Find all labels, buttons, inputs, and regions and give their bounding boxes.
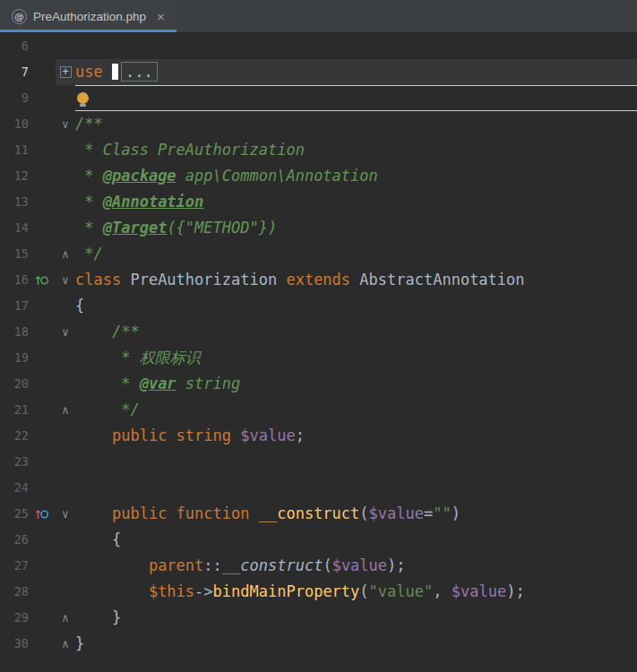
editor-row-body bbox=[56, 85, 637, 111]
fold-marker-start-icon[interactable]: ∨ bbox=[62, 118, 69, 130]
code-line: 10∨/** bbox=[0, 111, 637, 137]
gutter: 11 bbox=[0, 137, 56, 163]
gutter-icon-slot bbox=[30, 189, 54, 215]
fold-marker-start-icon[interactable]: ∨ bbox=[62, 326, 69, 338]
intention-bulb-icon[interactable] bbox=[77, 92, 89, 104]
line-number: 25 bbox=[0, 501, 30, 527]
gutter-icon-slot bbox=[30, 449, 54, 475]
code-text[interactable]: /** bbox=[75, 111, 637, 137]
code-line: 11 * Class PreAuthorization bbox=[0, 137, 637, 163]
code-text[interactable]: use ... bbox=[75, 59, 637, 85]
line-number: 9 bbox=[0, 85, 30, 111]
code-segment: * 权限标识 bbox=[75, 349, 201, 366]
editor-row-body: ∨/** bbox=[56, 111, 637, 137]
editor-row-body: +use ... bbox=[56, 59, 637, 85]
code-text[interactable]: */ bbox=[75, 397, 637, 423]
fold-marker-start-icon[interactable]: ∨ bbox=[62, 508, 69, 520]
gutter-icon-slot bbox=[30, 33, 54, 59]
class-implements-icon[interactable] bbox=[30, 267, 54, 293]
code-text[interactable] bbox=[75, 33, 637, 59]
code-text[interactable]: * @Target({"METHOD"}) bbox=[75, 215, 637, 241]
code-segment: * bbox=[75, 219, 103, 237]
tab-preauthorization-php[interactable]: @ PreAuthorization.php × bbox=[0, 0, 176, 32]
fold-column bbox=[56, 215, 75, 241]
overriding-method-icon[interactable] bbox=[30, 501, 54, 527]
code-segment bbox=[75, 504, 112, 522]
line-number: 29 bbox=[0, 605, 30, 631]
fold-marker-collapsed-icon[interactable]: + bbox=[60, 66, 72, 78]
gutter: 9 bbox=[0, 85, 56, 111]
code-text[interactable]: * 权限标识 bbox=[75, 345, 637, 371]
fold-column bbox=[56, 553, 75, 579]
code-text[interactable]: parent::__construct($value); bbox=[75, 553, 637, 579]
fold-column: ∧ bbox=[56, 241, 75, 267]
gutter-icon-slot bbox=[30, 631, 54, 657]
editor-row-body: parent::__construct($value); bbox=[56, 553, 637, 579]
code-line: 29∧ } bbox=[0, 605, 637, 631]
line-number: 11 bbox=[0, 137, 30, 163]
gutter-icon-slot bbox=[30, 397, 54, 423]
code-segment: { bbox=[75, 530, 121, 548]
code-line: 30∧} bbox=[0, 631, 637, 657]
code-line: 18∨ /** bbox=[0, 319, 637, 345]
code-text[interactable]: } bbox=[75, 631, 637, 657]
gutter-icon-slot bbox=[30, 475, 54, 501]
fold-marker-end-icon[interactable]: ∧ bbox=[62, 248, 69, 260]
code-text[interactable]: /** bbox=[75, 319, 637, 345]
code-text[interactable]: class PreAuthorization extends AbstractA… bbox=[75, 267, 637, 293]
code-text[interactable] bbox=[75, 85, 637, 111]
code-text[interactable]: */ bbox=[75, 241, 637, 267]
code-text[interactable]: * @Annotation bbox=[75, 189, 637, 215]
code-text[interactable]: * @package app\Common\Annotation bbox=[75, 163, 637, 189]
code-text[interactable]: { bbox=[75, 527, 637, 553]
editor-row-body: $this->bindMainProperty("value", $value)… bbox=[56, 579, 637, 605]
code-line: 14 * @Target({"METHOD"}) bbox=[0, 215, 637, 241]
code-segment: "value" bbox=[369, 582, 434, 600]
tab-close-icon[interactable]: × bbox=[157, 10, 165, 23]
code-segment: @Target bbox=[103, 219, 168, 237]
code-text[interactable] bbox=[75, 475, 637, 501]
gutter: 6 bbox=[0, 33, 56, 59]
fold-column: + bbox=[56, 59, 75, 85]
code-text[interactable]: $this->bindMainProperty("value", $value)… bbox=[75, 579, 637, 605]
fold-marker-end-icon[interactable]: ∧ bbox=[62, 638, 69, 650]
code-text[interactable]: } bbox=[75, 605, 637, 631]
code-text[interactable]: public string $value; bbox=[75, 423, 637, 449]
code-line: 27 parent::__construct($value); bbox=[0, 553, 637, 579]
code-text[interactable]: * Class PreAuthorization bbox=[75, 137, 637, 163]
fold-marker-start-icon[interactable]: ∨ bbox=[62, 274, 69, 286]
fold-column bbox=[56, 137, 75, 163]
code-segment: __construct bbox=[259, 504, 360, 522]
editor-row-body: public string $value; bbox=[56, 423, 637, 449]
fold-marker-end-icon[interactable]: ∧ bbox=[62, 612, 69, 624]
editor-row-body bbox=[56, 449, 637, 475]
code-line: 20 * @var string bbox=[0, 371, 637, 397]
code-text[interactable]: * @var string bbox=[75, 371, 637, 397]
code-segment: ); bbox=[387, 556, 405, 574]
line-number: 19 bbox=[0, 345, 30, 371]
annotation-class-icon: @ bbox=[12, 9, 27, 24]
line-number: 10 bbox=[0, 111, 30, 137]
gutter-icon-slot bbox=[30, 215, 54, 241]
code-segment: @var bbox=[140, 375, 176, 392]
code-line: 25∨ public function __construct($value="… bbox=[0, 501, 637, 527]
tab-label: PreAuthorization.php bbox=[33, 10, 146, 23]
gutter-icon-slot bbox=[30, 319, 54, 345]
code-segment: bindMainProperty bbox=[213, 582, 360, 600]
gutter: 19 bbox=[0, 345, 56, 371]
code-text[interactable] bbox=[75, 449, 637, 475]
gutter: 10 bbox=[0, 111, 56, 137]
editor-row-body: ∧ */ bbox=[56, 397, 637, 423]
line-number: 28 bbox=[0, 579, 30, 605]
gutter: 26 bbox=[0, 527, 56, 553]
code-text[interactable]: public function __construct($value="") bbox=[75, 501, 637, 527]
code-segment bbox=[75, 426, 112, 444]
fold-marker-end-icon[interactable]: ∧ bbox=[62, 404, 69, 416]
line-number: 23 bbox=[0, 449, 30, 475]
tab-bar: @ PreAuthorization.php × bbox=[0, 0, 637, 33]
gutter-icon-slot bbox=[30, 85, 54, 111]
code-text[interactable]: { bbox=[75, 293, 637, 319]
code-segment: ( bbox=[359, 504, 368, 522]
editor[interactable]: 67+use ...910∨/**11 * Class PreAuthoriza… bbox=[0, 33, 637, 657]
code-segment: __construct bbox=[222, 556, 323, 574]
